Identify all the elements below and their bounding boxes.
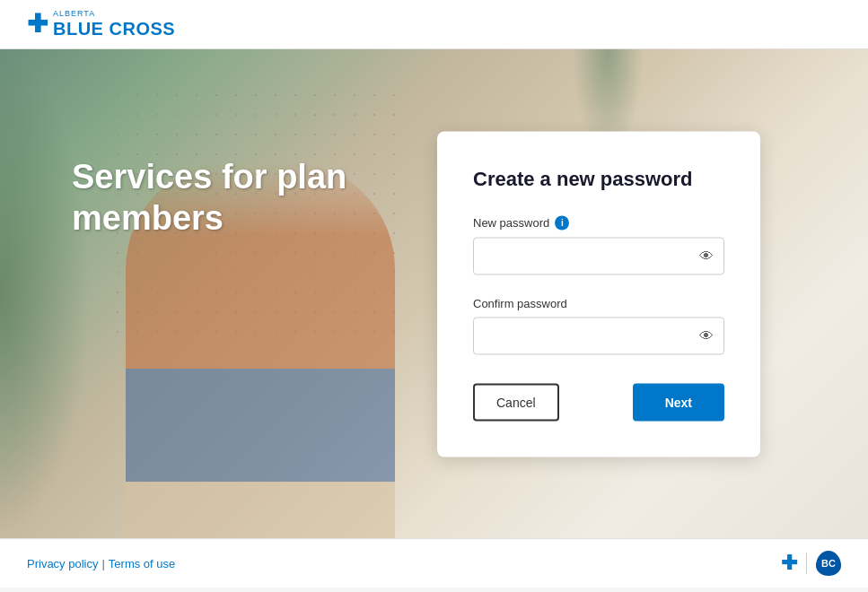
new-password-input[interactable]	[473, 237, 724, 274]
confirm-password-eye-icon[interactable]: 👁	[699, 328, 714, 343]
new-password-info-icon[interactable]: i	[555, 215, 569, 230]
hero-headline: Services for plan members	[72, 157, 346, 239]
button-row: Cancel Next	[473, 383, 724, 421]
footer-separator: |	[101, 557, 104, 570]
new-password-input-wrapper: 👁	[473, 237, 724, 274]
create-password-modal: Create a new password New password i 👁 C…	[437, 131, 760, 457]
terms-of-use-link[interactable]: Terms of use	[109, 557, 175, 570]
logo-cross-symbol: ✚	[27, 12, 48, 37]
footer-logo-divider	[806, 553, 807, 574]
footer: Privacy policy | Terms of use ✚ BC	[0, 538, 868, 588]
cancel-button[interactable]: Cancel	[473, 383, 559, 421]
confirm-password-input-wrapper: 👁	[473, 317, 724, 354]
next-button[interactable]: Next	[633, 383, 724, 421]
confirm-password-label: Confirm password	[473, 296, 724, 309]
privacy-policy-link[interactable]: Privacy policy	[27, 557, 98, 570]
confirm-password-input[interactable]	[473, 317, 724, 354]
modal-title: Create a new password	[473, 167, 724, 190]
footer-logos: ✚ BC	[781, 551, 841, 576]
new-password-label: New password i	[473, 215, 724, 230]
logo: ✚ ALBERTA BLUE CROSS	[27, 10, 175, 39]
new-password-group: New password i 👁	[473, 215, 724, 274]
new-password-eye-icon[interactable]: 👁	[699, 248, 714, 263]
logo-alberta-text: ALBERTA	[53, 10, 175, 19]
footer-cross-icon: ✚	[781, 552, 797, 575]
header: ✚ ALBERTA BLUE CROSS	[0, 0, 868, 49]
confirm-password-group: Confirm password 👁	[473, 296, 724, 354]
footer-links: Privacy policy | Terms of use	[27, 557, 175, 570]
footer-shield-icon: BC	[816, 551, 841, 576]
plant-left	[0, 49, 90, 538]
logo-text: ALBERTA BLUE CROSS	[53, 10, 175, 39]
logo-bluecross-text: BLUE CROSS	[53, 19, 175, 39]
hero-section: Services for plan members Create a new p…	[0, 49, 868, 538]
